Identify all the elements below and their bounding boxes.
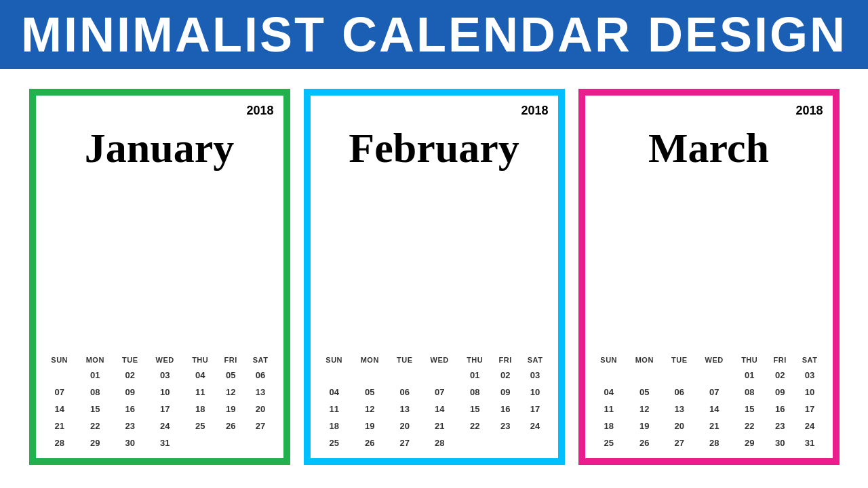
- day-header: TUE: [389, 353, 421, 367]
- calendar-grid-march: SUNMONTUEWEDTHUFRISAT0102030405060708091…: [592, 353, 826, 451]
- calendar-day: 13: [389, 401, 421, 418]
- calendar-day: 15: [733, 401, 766, 418]
- calendar-week-row: 07080910111213: [43, 384, 277, 401]
- calendar-day: 12: [626, 401, 663, 418]
- day-header: WED: [421, 353, 458, 367]
- calendar-day: 09: [766, 384, 794, 401]
- day-header: FRI: [766, 353, 794, 367]
- calendar-day: [663, 367, 696, 384]
- calendar-day: 25: [184, 418, 217, 434]
- calendar-day: [519, 434, 551, 451]
- calendar-card-february: 2018FebruarySUNMONTUEWEDTHUFRISAT0102030…: [304, 89, 565, 465]
- calendar-day: 09: [492, 384, 519, 401]
- calendar-day: 04: [592, 384, 626, 401]
- day-header: SUN: [592, 353, 626, 367]
- calendar-day: 05: [351, 384, 389, 401]
- calendar-day: 07: [43, 384, 77, 401]
- calendar-day: 13: [663, 401, 696, 418]
- header: MINIMALIST CALENDAR DESIGN: [0, 0, 868, 69]
- day-header: SAT: [519, 353, 551, 367]
- calendar-day: 17: [794, 401, 826, 418]
- calendar-day: 04: [317, 384, 351, 401]
- calendar-day: 17: [146, 401, 184, 418]
- calendar-day: [43, 367, 77, 384]
- calendar-day: 31: [146, 434, 184, 451]
- calendar-day: [696, 367, 733, 384]
- calendar-day: 09: [114, 384, 146, 401]
- calendar-week-row: 14151617181920: [43, 401, 277, 418]
- day-header: SUN: [43, 353, 77, 367]
- calendar-day: [351, 367, 389, 384]
- calendar-day: [245, 434, 277, 451]
- calendar-day: 27: [245, 418, 277, 434]
- calendar-day: 15: [458, 401, 492, 418]
- calendar-day: 10: [519, 384, 551, 401]
- calendar-week-row: 010203: [317, 367, 551, 384]
- calendar-day: [389, 367, 421, 384]
- calendar-day: 18: [184, 401, 217, 418]
- calendar-day: 25: [317, 434, 351, 451]
- calendar-day: 03: [794, 367, 826, 384]
- day-header: SAT: [794, 353, 826, 367]
- calendar-day: 26: [217, 418, 245, 434]
- calendar-day: 26: [351, 434, 389, 451]
- calendar-day: 19: [351, 418, 389, 434]
- calendar-day: [184, 434, 217, 451]
- calendar-day: 17: [519, 401, 551, 418]
- calendar-month-march: March: [592, 125, 826, 171]
- calendar-week-row: 11121314151617: [317, 401, 551, 418]
- calendar-day: [317, 367, 351, 384]
- calendar-month-february: February: [317, 125, 551, 171]
- calendar-day: 12: [351, 401, 389, 418]
- calendar-week-row: 04050607080910: [592, 384, 826, 401]
- calendar-day: 29: [77, 434, 114, 451]
- calendars-container: 2018JanuarySUNMONTUEWEDTHUFRISAT01020304…: [0, 69, 868, 484]
- day-header: MON: [626, 353, 663, 367]
- calendar-day: 08: [458, 384, 492, 401]
- calendar-day: [592, 367, 626, 384]
- calendar-day: 19: [626, 418, 663, 434]
- calendar-day: 22: [733, 418, 766, 434]
- calendar-day: 06: [245, 367, 277, 384]
- calendar-day: 19: [217, 401, 245, 418]
- calendar-day: 23: [114, 418, 146, 434]
- calendar-day: 30: [766, 434, 794, 451]
- calendar-week-row: 11121314151617: [592, 401, 826, 418]
- calendar-day: 10: [794, 384, 826, 401]
- calendar-day: 01: [77, 367, 114, 384]
- calendar-day: 01: [458, 367, 492, 384]
- calendar-card-january: 2018JanuarySUNMONTUEWEDTHUFRISAT01020304…: [29, 89, 290, 465]
- day-header: FRI: [492, 353, 519, 367]
- calendar-day: 07: [421, 384, 458, 401]
- calendar-day: 02: [766, 367, 794, 384]
- calendar-year-january: 2018: [43, 102, 277, 118]
- calendar-day: [492, 434, 519, 451]
- day-header: MON: [351, 353, 389, 367]
- calendar-week-row: 04050607080910: [317, 384, 551, 401]
- calendar-day: 28: [43, 434, 77, 451]
- calendar-day: 25: [592, 434, 626, 451]
- header-title: MINIMALIST CALENDAR DESIGN: [21, 7, 847, 62]
- calendar-day: 28: [696, 434, 733, 451]
- calendar-week-row: 18192021222324: [317, 418, 551, 434]
- calendar-day: 02: [114, 367, 146, 384]
- calendar-card-march: 2018MarchSUNMONTUEWEDTHUFRISAT0102030405…: [578, 89, 840, 465]
- calendar-day: 31: [794, 434, 826, 451]
- calendar-day: 24: [519, 418, 551, 434]
- calendar-week-row: 28293031: [43, 434, 277, 451]
- calendar-day: 05: [626, 384, 663, 401]
- calendar-day: 06: [663, 384, 696, 401]
- day-header: WED: [696, 353, 733, 367]
- calendar-week-row: 25262728293031: [592, 434, 826, 451]
- calendar-day: 03: [519, 367, 551, 384]
- calendar-day: 11: [592, 401, 626, 418]
- calendar-day: 28: [421, 434, 458, 451]
- calendar-day: 10: [146, 384, 184, 401]
- calendar-day: 08: [733, 384, 766, 401]
- calendar-day: 12: [217, 384, 245, 401]
- calendar-day: 14: [696, 401, 733, 418]
- calendar-grid-february: SUNMONTUEWEDTHUFRISAT0102030405060708091…: [317, 353, 551, 451]
- calendar-day: 14: [43, 401, 77, 418]
- calendar-day: 11: [184, 384, 217, 401]
- calendar-day: 08: [77, 384, 114, 401]
